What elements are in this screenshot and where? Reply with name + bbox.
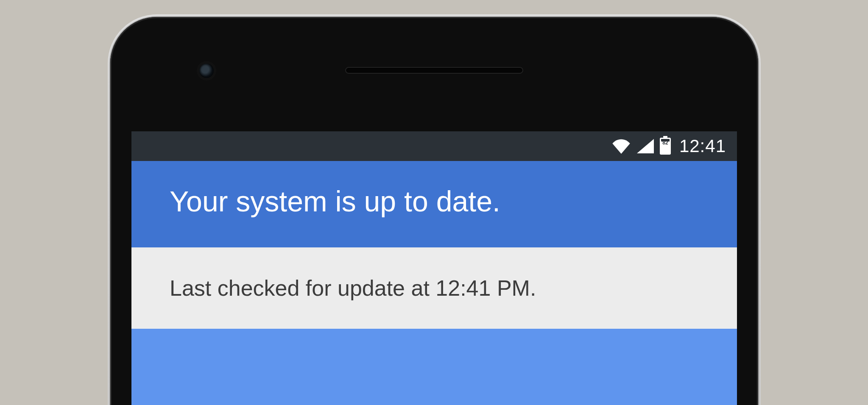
update-header: Your system is up to date. bbox=[131, 161, 737, 247]
last-checked-text: Last checked for update at 12:41 PM. bbox=[170, 275, 699, 301]
phone-frame: 82 12:41 Your system is up to date. Last… bbox=[110, 17, 758, 405]
status-bar[interactable]: 82 12:41 bbox=[131, 131, 737, 161]
earpiece-speaker bbox=[345, 67, 523, 74]
wifi-icon bbox=[611, 139, 631, 154]
action-area[interactable] bbox=[131, 329, 737, 405]
front-camera bbox=[199, 64, 214, 78]
update-status-title: Your system is up to date. bbox=[170, 185, 699, 218]
battery-icon: 82 bbox=[660, 138, 671, 155]
battery-percent: 82 bbox=[661, 140, 670, 145]
status-clock: 12:41 bbox=[679, 136, 726, 156]
cellular-signal-icon bbox=[637, 139, 654, 153]
screen: 82 12:41 Your system is up to date. Last… bbox=[131, 131, 737, 405]
last-checked-row: Last checked for update at 12:41 PM. bbox=[131, 247, 737, 329]
